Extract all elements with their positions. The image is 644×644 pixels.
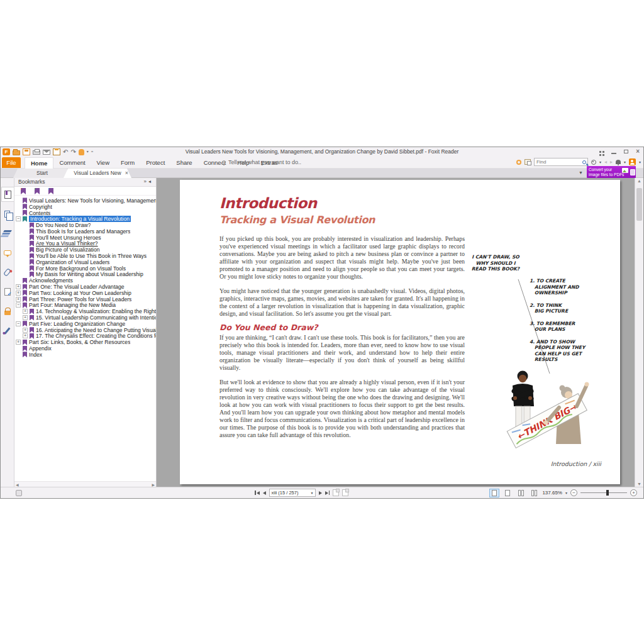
search-icon[interactable] xyxy=(582,160,586,164)
bookmark-item[interactable]: Appendix xyxy=(14,345,156,352)
bookmark-item[interactable]: +16. Anticipating the Need to Change Put… xyxy=(14,327,156,333)
security-lock-icon[interactable] xyxy=(1,304,14,319)
bell-dropdown-icon[interactable]: ▾ xyxy=(624,160,626,164)
ribbon-tab-protect[interactable]: Protect xyxy=(140,157,170,169)
bookmark-item[interactable]: Index xyxy=(14,352,156,358)
bookmark-label[interactable]: Organization of Visual Leaders xyxy=(36,259,109,265)
file-menu-button[interactable]: File xyxy=(2,157,21,168)
bookmark-settings-icon[interactable] xyxy=(48,188,53,194)
bookmark-label[interactable]: This Book Is for Leaders and Managers xyxy=(36,228,130,235)
scroll-down-icon[interactable]: ▼ xyxy=(635,482,643,486)
bookmark-item[interactable]: +Part One: The Visual Leader Advantage xyxy=(14,284,156,290)
continuous-facing-view-icon[interactable] xyxy=(529,489,539,497)
zoom-in-button[interactable]: + xyxy=(630,489,637,496)
first-page-button[interactable] xyxy=(255,491,260,495)
bookmark-label[interactable]: My Basis for Writing about Visual Leader… xyxy=(36,271,143,277)
bookmark-label[interactable]: Big Picture of Visualization xyxy=(36,247,100,253)
next-view-icon[interactable] xyxy=(342,489,348,496)
continuous-view-icon[interactable] xyxy=(502,489,513,497)
account-avatar[interactable] xyxy=(629,158,636,165)
bookmark-item[interactable]: −Part Five: Leading Organization Change xyxy=(14,321,156,327)
bookmark-label[interactable]: Contents xyxy=(29,210,50,216)
ribbon-tab-form[interactable]: Form xyxy=(115,157,140,169)
back-icon[interactable]: ◂ xyxy=(604,158,607,166)
convert-images-banner[interactable]: Convert your image files to PDFs xyxy=(587,166,636,178)
bookmark-item[interactable]: You'll Meet Unsung Heroes xyxy=(14,235,156,241)
ribbon-tab-home[interactable]: Home xyxy=(25,157,53,169)
ribbon-tab-comment[interactable]: Comment xyxy=(53,157,91,169)
bookmark-expander-icon[interactable]: − xyxy=(16,216,21,221)
bookmark-item[interactable]: Organization of Visual Leaders xyxy=(14,259,156,265)
pages-panel-icon[interactable] xyxy=(1,206,14,221)
new-bookmark-icon[interactable] xyxy=(35,188,40,194)
bookmark-label[interactable]: Visual Leaders: New Tools for Visioning,… xyxy=(29,197,156,204)
scroll-up-icon[interactable]: ▲ xyxy=(635,179,643,183)
find-input[interactable] xyxy=(535,159,582,165)
layers-panel-icon[interactable] xyxy=(1,226,14,241)
bookmark-item[interactable]: My Basis for Writing about Visual Leader… xyxy=(14,272,156,278)
help-ring-icon[interactable] xyxy=(516,160,521,165)
single-page-view-icon[interactable] xyxy=(489,489,499,497)
scrollbar-thumb[interactable] xyxy=(636,188,642,221)
tab-start[interactable]: Start xyxy=(13,169,71,178)
bookmark-label[interactable]: You'll Meet Unsung Heroes xyxy=(36,235,101,241)
bookmark-label[interactable]: 15. Virtual Leadership Communicating wit… xyxy=(36,314,156,321)
bookmark-item[interactable]: Contents xyxy=(14,210,156,216)
page-number-box[interactable]: xiii (15 / 257) ▾ xyxy=(269,489,316,497)
zoom-slider-thumb[interactable] xyxy=(606,490,609,496)
attachments-panel-icon[interactable] xyxy=(1,265,14,280)
bookmark-item[interactable]: For More Background on Visual Tools xyxy=(14,265,156,272)
bookmark-item[interactable]: +15. Virtual Leadership Communicating wi… xyxy=(14,314,156,321)
vertical-scrollbar[interactable]: ▲ ▼ xyxy=(635,178,643,487)
bookmark-item[interactable]: +17. The Chrysalis Effect: Creating the … xyxy=(14,333,156,340)
bookmark-label[interactable]: Acknowledgments xyxy=(29,277,73,284)
account-dropdown-icon[interactable]: ▾ xyxy=(639,160,641,164)
tab-close-icon[interactable]: × xyxy=(125,169,128,178)
previous-view-icon[interactable] xyxy=(333,489,339,496)
bookmark-item[interactable]: Copyright xyxy=(14,204,156,210)
bookmark-label[interactable]: Part Five: Leading Organization Change xyxy=(29,321,125,327)
bookmark-item[interactable]: Do You Need to Draw? xyxy=(14,222,156,228)
bookmark-expander-icon[interactable]: + xyxy=(16,340,21,345)
bookmark-item[interactable]: Visual Leaders: New Tools for Visioning,… xyxy=(14,197,156,204)
close-icon[interactable]: × xyxy=(636,148,640,155)
bookmark-item[interactable]: −Introduction: Tracking a Visual Revolut… xyxy=(14,216,156,222)
bookmark-label[interactable]: 17. The Chrysalis Effect: Creating the C… xyxy=(36,333,156,339)
bookmark-label[interactable]: Copyright xyxy=(29,204,52,210)
bookmark-item[interactable]: +Part Two: Looking at Your Own Leadershi… xyxy=(14,290,156,296)
expand-bookmark-icon[interactable] xyxy=(21,188,26,194)
bookmark-expander-icon[interactable]: − xyxy=(16,303,21,308)
bookmark-expander-icon[interactable]: + xyxy=(23,333,28,338)
comments-panel-icon[interactable] xyxy=(1,245,14,260)
bookmark-label[interactable]: Introduction: Tracking a Visual Revoluti… xyxy=(29,216,131,222)
bookmark-label[interactable]: Are You a Visual Thinker? xyxy=(36,240,98,247)
facing-view-icon[interactable] xyxy=(516,489,526,497)
bookmarks-hscrollbar[interactable]: ◀ ▶ xyxy=(14,481,156,487)
zoom-slider[interactable] xyxy=(580,489,627,496)
zoom-out-button[interactable]: − xyxy=(570,489,577,496)
gear-dropdown-icon[interactable]: ▾ xyxy=(599,160,601,164)
panel-collapse-icon[interactable]: ◂ xyxy=(148,179,153,184)
snapshot-icon[interactable] xyxy=(525,159,531,165)
bookmark-expander-icon[interactable]: + xyxy=(23,315,28,320)
previous-page-button[interactable] xyxy=(263,491,266,495)
bookmark-label[interactable]: You'll be Able to Use This Book in Three… xyxy=(36,253,147,259)
bell-icon[interactable] xyxy=(616,160,621,164)
tell-me-box[interactable]: Tell me what you want to do.. xyxy=(222,157,301,168)
bookmark-item[interactable]: −Part Four: Managing the New Media xyxy=(14,303,156,309)
gear-icon[interactable] xyxy=(591,160,596,165)
bookmark-label[interactable]: Index xyxy=(29,352,42,358)
ribbon-tab-view[interactable]: View xyxy=(91,157,115,169)
pdf-page[interactable]: Introduction Tracking a Visual Revolutio… xyxy=(180,180,620,484)
bookmark-label[interactable]: Appendix xyxy=(29,345,52,352)
verification-panel-icon[interactable] xyxy=(1,284,14,299)
ribbon-tab-share[interactable]: Share xyxy=(170,157,197,169)
last-page-button[interactable] xyxy=(325,491,330,495)
bookmark-label[interactable]: 16. Anticipating the Need to Change Putt… xyxy=(36,327,156,333)
scroll-left-icon[interactable]: ◀ xyxy=(16,482,19,487)
bookmark-label[interactable]: Part Six: Links, Books, & Other Resource… xyxy=(29,339,130,345)
bookmark-expander-icon[interactable]: + xyxy=(23,328,28,333)
bookmark-item[interactable]: Acknowledgments xyxy=(14,277,156,284)
bookmark-label[interactable]: Part One: The Visual Leader Advantage xyxy=(29,284,125,290)
status-tool-icon[interactable] xyxy=(16,490,22,496)
